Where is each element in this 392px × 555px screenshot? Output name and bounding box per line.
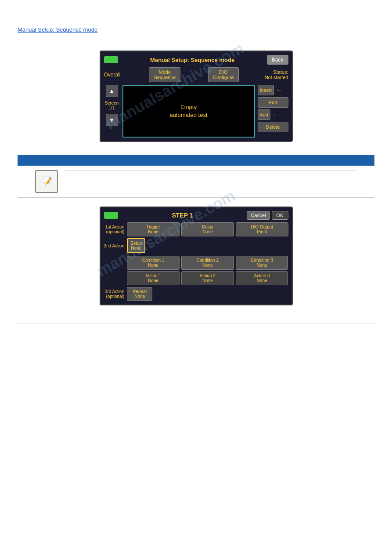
condition3-button[interactable]: Condition 3 None bbox=[236, 256, 288, 270]
delay-button[interactable]: Delay None bbox=[181, 222, 234, 236]
step-title: STEP 1 bbox=[118, 212, 247, 219]
dio-configure-button[interactable]: DIO Configure bbox=[208, 67, 239, 82]
led-indicator bbox=[104, 56, 118, 63]
repeat-button[interactable]: Repeat None bbox=[127, 287, 152, 301]
condition1-button[interactable]: Condition 1 None bbox=[127, 256, 180, 270]
led-indicator-2 bbox=[104, 212, 118, 219]
action2-button[interactable]: Action 2 None bbox=[181, 271, 234, 285]
note-icon: 📝 bbox=[35, 170, 58, 193]
down-arrow-button[interactable]: ▼ bbox=[106, 114, 118, 126]
status-label: Status: Not started bbox=[265, 69, 288, 80]
trigger-button[interactable]: Trigger None bbox=[127, 222, 180, 236]
note-content-area bbox=[65, 170, 357, 174]
edit-button[interactable]: Edit bbox=[258, 97, 288, 108]
empty-test-text: Empty automated test bbox=[170, 103, 208, 119]
insert-arrow: ← bbox=[276, 86, 283, 94]
note-bar bbox=[18, 155, 374, 166]
panel1-title: Manual Setup: Sequence mode bbox=[118, 57, 267, 63]
dio-line1: DIO bbox=[219, 69, 228, 75]
mode-button[interactable]: Mode Sequence bbox=[149, 67, 180, 82]
top-link[interactable]: Manual Setup: Sequence mode bbox=[18, 26, 97, 33]
add-arrow: ← bbox=[272, 111, 279, 119]
conditions-actions-grid: Condition 1 None Condition 2 None Condit… bbox=[127, 255, 288, 285]
dio-output-button[interactable]: DIO Output Pin 4 bbox=[236, 222, 288, 236]
first-action-label: 1st Action(optional) bbox=[104, 225, 125, 234]
delete-button[interactable]: Delete bbox=[258, 122, 288, 132]
setup-arrow: ← bbox=[149, 242, 156, 250]
overall-label: Overall bbox=[104, 72, 121, 78]
screen-label: Screen 1/1 bbox=[105, 101, 119, 110]
up-arrow-button[interactable]: ▲ bbox=[106, 85, 118, 97]
mode-line2: Sequence bbox=[154, 75, 176, 80]
back-button[interactable]: Back bbox=[267, 55, 288, 65]
device-panel-2: STEP 1 Cancel OK 1st Action(optional) Tr… bbox=[100, 207, 293, 305]
first-action-buttons: Trigger None Delay None DIO Output Pin 4 bbox=[127, 222, 288, 236]
second-action-label: 2nd Action bbox=[104, 243, 125, 248]
second-action-row: Setup None ← bbox=[127, 238, 288, 253]
action1-button[interactable]: Action 1 None bbox=[127, 271, 180, 285]
action-buttons: Insert ← Edit Add ← Delete bbox=[258, 85, 288, 138]
add-button[interactable]: Add bbox=[258, 109, 271, 120]
insert-button[interactable]: Insert bbox=[258, 85, 274, 95]
action3-button[interactable]: Action 3 None bbox=[236, 271, 288, 285]
setup-button[interactable]: Setup None bbox=[127, 238, 145, 253]
device-panel-1: Manual Setup: Sequence mode Back Overall… bbox=[100, 51, 293, 142]
third-action-row: Repeat None bbox=[127, 287, 288, 301]
condition2-button[interactable]: Condition 2 None bbox=[181, 256, 234, 270]
third-action-label: 3rd Action(optional) bbox=[104, 289, 125, 299]
cancel-button[interactable]: Cancel bbox=[247, 211, 270, 220]
mode-line1: Mode bbox=[158, 69, 171, 75]
dio-line2: Configure bbox=[213, 75, 234, 80]
note-section: 📝 bbox=[18, 166, 374, 198]
test-display-area: Empty automated test bbox=[122, 85, 255, 138]
bottom-divider bbox=[18, 323, 374, 323]
ok-button[interactable]: OK bbox=[272, 211, 288, 220]
